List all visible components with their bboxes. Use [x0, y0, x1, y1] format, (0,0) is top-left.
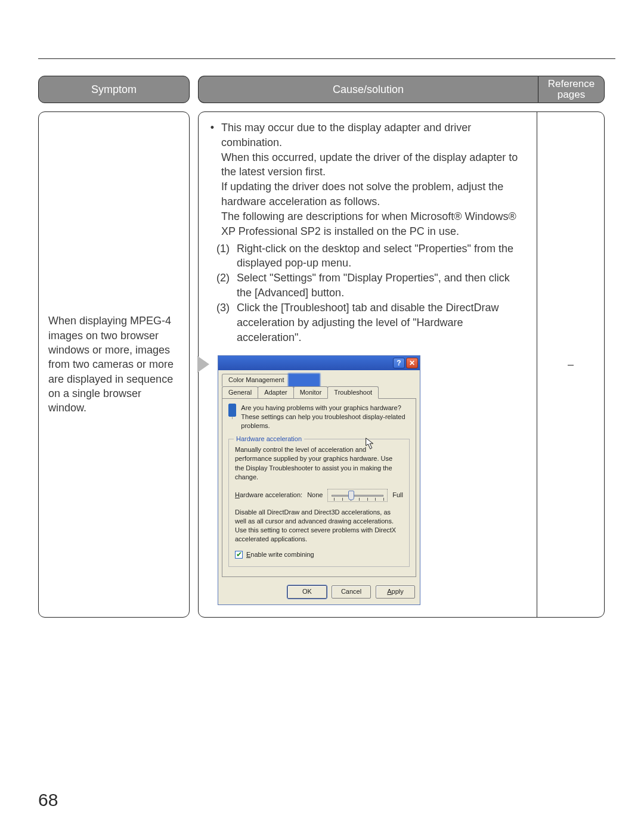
bullet-icon: •: [208, 120, 216, 239]
tab-general[interactable]: General: [222, 386, 258, 398]
tab-color-management[interactable]: Color Management: [222, 374, 291, 386]
step-number: (3): [216, 300, 233, 345]
header-cause: Cause/solution: [198, 76, 538, 103]
group-description: Manually control the level of accelerati…: [235, 445, 403, 482]
arrow-icon: [197, 356, 209, 373]
checkbox-icon: ✔: [235, 551, 243, 559]
header-reference: Reference pages: [538, 76, 605, 103]
dialog-tab-body: Are you having problems with your graphi…: [222, 398, 416, 577]
symptom-text: When displaying MPEG-4 images on two bro…: [48, 314, 179, 415]
step-number: (1): [216, 241, 233, 271]
dialog-intro-text: Are you having problems with your graphi…: [241, 404, 410, 431]
ok-button[interactable]: OK: [287, 585, 327, 599]
step-text: Click the [Troubleshoot] tab and disable…: [237, 300, 527, 345]
dialog-titlebar: ? ✕: [218, 356, 420, 370]
symptom-cell: When displaying MPEG-4 images on two bro…: [38, 111, 190, 618]
apply-button[interactable]: Apply: [376, 585, 415, 599]
slider-note: Disable all DirectDraw and Direct3D acce…: [235, 508, 403, 544]
troubleshoot-dialog: ? ✕ Color Management General Adapter Mon…: [218, 355, 420, 604]
hardware-acceleration-group: Hardware acceleration Manually control t…: [228, 439, 410, 567]
table-row: When displaying MPEG-4 images on two bro…: [38, 111, 615, 618]
slider-full-label: Full: [392, 491, 403, 500]
page-number: 68: [38, 790, 58, 810]
write-combining-checkbox[interactable]: ✔ Enable write combining: [235, 550, 403, 559]
tab-monitor[interactable]: Monitor: [293, 386, 329, 398]
tab-adapter[interactable]: Adapter: [258, 386, 294, 398]
group-legend: Hardware acceleration: [234, 435, 304, 444]
dialog-tabs: Color Management General Adapter Monitor…: [218, 370, 420, 398]
monitor-icon: [228, 404, 236, 417]
cause-column: • This may occur due to the display adap…: [199, 112, 537, 617]
slider-none-label: None: [307, 491, 323, 500]
cause-ref-cell: • This may occur due to the display adap…: [198, 111, 605, 618]
cause-lead: This may occur due to the display adapte…: [221, 120, 527, 239]
tab-troubleshoot[interactable]: Troubleshoot: [327, 386, 379, 399]
header-symptom: Symptom: [38, 76, 190, 103]
step-text: Right-click on the desktop and select "P…: [237, 241, 527, 271]
close-button[interactable]: ✕: [406, 358, 418, 368]
help-button[interactable]: ?: [393, 358, 405, 368]
pointer-arrow-icon: [364, 437, 377, 450]
hardware-acceleration-slider[interactable]: [327, 489, 388, 502]
table-header-row: Symptom Cause/solution Reference pages: [38, 76, 615, 103]
header-rule: [38, 58, 615, 59]
slider-label: Hardware acceleration:: [235, 491, 302, 500]
dialog-button-row: OK Cancel Apply: [218, 581, 420, 604]
step-text: Select "Settings" from "Display Properti…: [237, 271, 527, 300]
reference-column: –: [537, 112, 604, 617]
cancel-button[interactable]: Cancel: [332, 585, 371, 599]
step-number: (2): [216, 271, 233, 300]
